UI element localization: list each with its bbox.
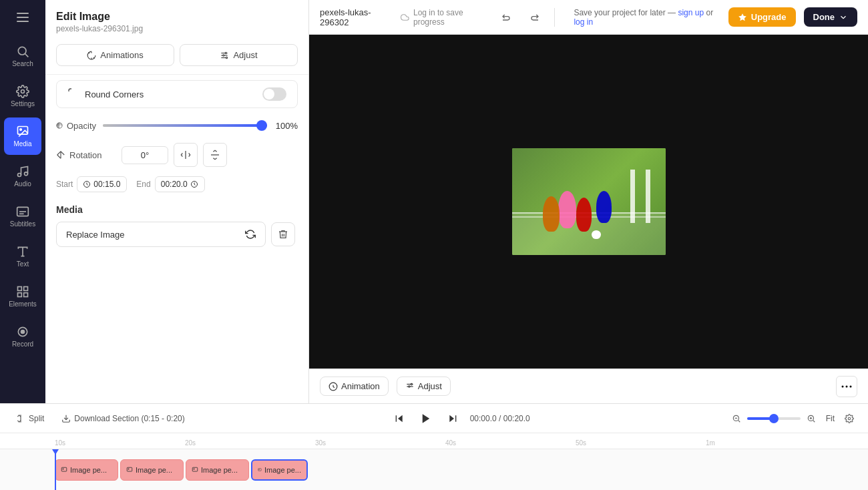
track-segment-3[interactable]: Image pe... bbox=[186, 459, 249, 481]
start-input[interactable]: 00:15.0 bbox=[77, 176, 127, 192]
opacity-icon bbox=[56, 121, 63, 130]
svg-rect-15 bbox=[18, 287, 22, 291]
more-options-button[interactable] bbox=[836, 376, 857, 397]
track-segment-4[interactable]: Image pe... bbox=[251, 459, 308, 481]
end-clock-icon bbox=[190, 180, 198, 188]
time-row: Start 00:15.0 End 00:20.0 bbox=[45, 172, 308, 196]
play-icon bbox=[420, 413, 432, 425]
svg-point-62 bbox=[848, 417, 851, 420]
opacity-row: Opacity 100% bbox=[45, 113, 308, 138]
svg-point-64 bbox=[63, 468, 63, 469]
delete-image-button[interactable] bbox=[271, 222, 295, 246]
animation-icon bbox=[329, 382, 338, 391]
flip-horizontal-btn[interactable] bbox=[174, 143, 198, 167]
rotation-input[interactable] bbox=[122, 146, 168, 164]
sidebar-item-elements[interactable]: Elements bbox=[4, 278, 41, 315]
timeline-settings-button[interactable] bbox=[841, 411, 857, 427]
track-segment-2[interactable]: Image pe... bbox=[120, 459, 184, 481]
round-corners-label: Round Corners bbox=[85, 89, 262, 99]
adjust-icon bbox=[220, 51, 229, 60]
redo-button[interactable] bbox=[524, 7, 544, 28]
svg-marker-37 bbox=[738, 13, 746, 21]
svg-point-66 bbox=[128, 468, 129, 469]
sidebar-item-text[interactable]: Text bbox=[4, 238, 41, 275]
sidebar-item-audio-label: Audio bbox=[14, 180, 31, 188]
svg-point-47 bbox=[850, 385, 852, 387]
playback-controls bbox=[389, 408, 463, 429]
svg-point-29 bbox=[226, 57, 228, 58]
upgrade-button[interactable]: Upgrade bbox=[728, 7, 796, 27]
canvas-image[interactable] bbox=[512, 148, 666, 255]
svg-point-46 bbox=[846, 385, 848, 387]
sidebar-item-subtitles[interactable]: Subtitles bbox=[4, 198, 41, 235]
svg-point-44 bbox=[408, 385, 409, 387]
timeline-settings-icon bbox=[845, 414, 854, 423]
sidebar-item-settings[interactable]: Settings bbox=[4, 77, 41, 115]
undo-button[interactable] bbox=[497, 7, 516, 28]
replace-image-label: Replace Image bbox=[66, 230, 124, 240]
zoom-slider[interactable] bbox=[747, 417, 801, 420]
adjust-button[interactable]: Adjust bbox=[397, 377, 451, 396]
end-value: 00:20.0 bbox=[161, 180, 188, 189]
svg-point-26 bbox=[223, 54, 224, 55]
svg-rect-69 bbox=[258, 468, 261, 470]
opacity-slider[interactable] bbox=[103, 119, 267, 132]
animation-button[interactable]: Animation bbox=[320, 377, 389, 396]
playhead-arrow bbox=[52, 449, 59, 455]
flip-vertical-btn[interactable] bbox=[203, 143, 227, 167]
svg-point-7 bbox=[20, 129, 21, 131]
sidebar-item-record[interactable]: Record bbox=[4, 318, 41, 355]
round-corners-toggle[interactable] bbox=[262, 87, 286, 101]
rewind-button[interactable] bbox=[389, 408, 410, 429]
track-label-3: Image pe... bbox=[201, 466, 238, 474]
tab-animations[interactable]: Animations bbox=[56, 44, 174, 66]
save-notice: Log in to save progress bbox=[401, 8, 489, 27]
download-section-button[interactable]: Download Section (0:15 - 0:20) bbox=[56, 411, 190, 426]
play-button[interactable] bbox=[415, 408, 437, 429]
svg-marker-50 bbox=[398, 415, 403, 422]
fit-button[interactable]: Fit bbox=[822, 412, 839, 425]
svg-point-23 bbox=[226, 52, 227, 53]
fast-forward-button[interactable] bbox=[442, 408, 463, 429]
done-button[interactable]: Done bbox=[804, 7, 858, 27]
opacity-thumb[interactable] bbox=[256, 120, 267, 131]
sidebar-item-audio[interactable]: Audio bbox=[4, 158, 41, 195]
rotation-row: Rotation bbox=[45, 138, 308, 172]
done-label: Done bbox=[813, 12, 835, 22]
replace-image-button[interactable]: Replace Image bbox=[56, 222, 266, 247]
start-value: 00:15.0 bbox=[93, 180, 120, 189]
ruler-mark-50s: 50s bbox=[576, 439, 706, 447]
panel-title: Edit Image bbox=[56, 11, 298, 23]
cloud-icon bbox=[401, 13, 409, 22]
svg-point-70 bbox=[259, 469, 260, 469]
sidebar-item-search[interactable]: Search bbox=[4, 37, 41, 75]
menu-icon[interactable] bbox=[4, 5, 41, 29]
save-project-text: Save your project for later — sign up or… bbox=[574, 8, 720, 27]
track-label-4: Image pe... bbox=[264, 466, 301, 474]
log-in-link[interactable]: log in bbox=[574, 17, 593, 27]
undo-icon bbox=[501, 12, 512, 23]
adjust-bottom-label: Adjust bbox=[418, 381, 442, 391]
tab-adjust[interactable]: Adjust bbox=[180, 44, 298, 66]
done-chevron-icon bbox=[839, 13, 848, 22]
edit-panel: Edit Image pexels-lukas-296301.jpg Anima… bbox=[45, 0, 309, 403]
track-image-icon-3 bbox=[192, 467, 198, 473]
sign-up-link[interactable]: sign up bbox=[678, 8, 704, 17]
sidebar-item-media[interactable]: Media bbox=[4, 117, 41, 155]
ruler-mark-1m: 1m bbox=[706, 439, 836, 447]
rotation-icon bbox=[56, 150, 65, 160]
timeline-controls: Split Download Section (0:15 - 0:20) 00:… bbox=[0, 404, 868, 433]
track-segment-1[interactable]: Image pe... bbox=[55, 459, 118, 481]
zoom-out-icon bbox=[732, 414, 741, 423]
zoom-in-button[interactable] bbox=[803, 411, 819, 427]
upgrade-label: Upgrade bbox=[751, 12, 787, 22]
tab-animations-label: Animations bbox=[100, 50, 143, 60]
end-input[interactable]: 00:20.0 bbox=[155, 176, 205, 192]
zoom-out-button[interactable] bbox=[728, 411, 744, 427]
sidebar-item-record-label: Record bbox=[12, 340, 33, 348]
playhead bbox=[55, 449, 56, 490]
round-corners-row: Round Corners bbox=[56, 80, 298, 108]
svg-point-20 bbox=[21, 330, 25, 334]
split-button[interactable]: Split bbox=[11, 411, 49, 426]
zoom-thumb[interactable] bbox=[769, 414, 779, 423]
